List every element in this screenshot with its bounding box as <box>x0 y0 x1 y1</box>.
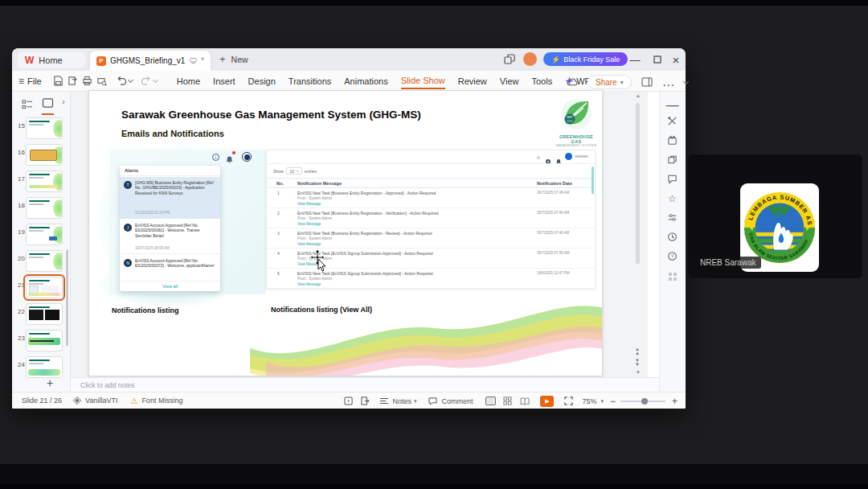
collapse-ribbon-icon[interactable] <box>683 78 689 84</box>
view-message-link[interactable]: View Message <box>297 202 321 206</box>
apps-grid-icon[interactable] <box>659 272 686 281</box>
menu-slide-show[interactable]: Slide Show <box>401 73 445 89</box>
entries-select[interactable]: 10▾ <box>286 167 303 175</box>
menu-design[interactable]: Design <box>248 74 276 88</box>
layers-icon[interactable] <box>659 154 686 165</box>
redo-dropdown-icon[interactable] <box>153 77 158 83</box>
view-message-link[interactable]: View Message <box>297 242 321 246</box>
menu-review[interactable]: Review <box>458 74 487 88</box>
favorites-icon[interactable]: ☆ <box>659 193 686 204</box>
notes-pane[interactable]: Click to add notes <box>71 377 659 392</box>
alert-item[interactable]: J EnVISS Account Approved [Ref No. ES/20… <box>120 220 220 254</box>
menu-insert[interactable]: Insert <box>213 74 235 88</box>
task-pane-icon[interactable] <box>344 397 353 405</box>
notes-dropdown-icon[interactable]: ▾ <box>414 398 417 405</box>
editor-scrollbar[interactable]: ▲ ▲▲ ▼▼ ▼ <box>633 93 643 375</box>
undo-dropdown-icon[interactable] <box>128 77 133 83</box>
zoom-level[interactable]: 75% <box>582 397 596 405</box>
merge-windows-icon[interactable] <box>504 54 515 68</box>
reading-view-icon[interactable] <box>520 397 530 405</box>
normal-view-icon[interactable] <box>485 397 496 405</box>
file-menu[interactable]: File <box>27 76 42 86</box>
zoom-in-button[interactable]: + <box>672 396 678 407</box>
table-row[interactable]: 2 EnVISS New Task [Business Entity Regis… <box>267 208 595 228</box>
undo-icon[interactable] <box>114 74 129 88</box>
slide-thumb-24[interactable] <box>26 356 63 378</box>
zoom-slider[interactable] <box>620 401 665 402</box>
cloud-sync-icon[interactable] <box>565 75 579 89</box>
zoom-dropdown-icon[interactable]: ▾ <box>600 398 604 405</box>
view-all-link[interactable]: View all <box>120 281 220 289</box>
slide-thumb-17[interactable] <box>26 171 63 192</box>
menu-transitions[interactable]: Transitions <box>289 74 331 88</box>
black-friday-sale-button[interactable]: ⚡ Black Friday Sale <box>543 52 628 66</box>
fit-slide-icon[interactable] <box>564 397 573 405</box>
new-tab-button[interactable]: + New <box>219 53 248 65</box>
scroll-down-icon[interactable]: ▼ <box>636 370 641 375</box>
comment-pane-icon[interactable] <box>659 174 686 184</box>
slide-thumb-18[interactable] <box>26 197 63 219</box>
add-slide-button[interactable]: + <box>47 376 53 389</box>
more-options-icon[interactable]: … <box>662 75 676 89</box>
maximize-button[interactable] <box>649 51 666 68</box>
output-icon[interactable] <box>66 74 80 88</box>
table-row[interactable]: 3 EnVISS New Task [Business Entity Regis… <box>267 228 595 249</box>
next-slide-icon[interactable]: ▼▼ <box>635 359 640 367</box>
outline-view-icon[interactable] <box>22 98 33 113</box>
slide-view-icon[interactable] <box>42 97 54 115</box>
menu-tools[interactable]: Tools <box>531 74 552 88</box>
status-bar: Slide 21 / 26 VanillaVTI ⚠ Font Missing … <box>12 392 686 409</box>
previous-slide-icon[interactable]: ▲▲ <box>635 347 640 355</box>
help-icon[interactable]: ? <box>659 251 686 261</box>
save-icon[interactable] <box>51 74 66 88</box>
theme-name[interactable]: VanillaVTI <box>85 397 117 405</box>
row-from: From : System Admin <box>297 236 332 240</box>
handout-icon[interactable] <box>361 397 370 405</box>
menu-view[interactable]: View <box>500 74 519 88</box>
print-preview-icon[interactable] <box>95 74 109 88</box>
slide-thumb-20[interactable] <box>26 250 63 272</box>
redo-icon[interactable] <box>139 74 154 88</box>
share-button[interactable]: Share▾ <box>588 75 632 89</box>
slide-thumb-19[interactable] <box>26 224 63 245</box>
account-avatar[interactable] <box>523 52 537 66</box>
task-window-icon[interactable] <box>640 75 654 89</box>
table-row[interactable]: 1 EnVISS New Task [Business Entity Regis… <box>267 188 595 208</box>
view-message-link[interactable]: View Message <box>297 222 321 226</box>
thumbnail-scrollbar[interactable] <box>66 249 68 346</box>
effects-icon[interactable] <box>659 135 686 146</box>
scroll-up-icon[interactable]: ▲ <box>636 93 641 98</box>
comment-icon <box>428 397 437 405</box>
slide-thumb-21-selected[interactable] <box>26 277 63 298</box>
design-tools-icon[interactable] <box>659 116 686 126</box>
menu-animations[interactable]: Animations <box>344 74 387 88</box>
view-message-link[interactable]: View Message <box>297 282 321 286</box>
scrollbar-thumb[interactable] <box>636 103 640 264</box>
portal-scrollbar[interactable] <box>592 166 594 194</box>
slide-canvas[interactable]: Sarawak Greenhouse Gas Management System… <box>88 90 603 376</box>
tab-document[interactable]: P GHGMS_Briefing_v1.pptx * <box>90 51 211 71</box>
slide-thumb-22[interactable] <box>26 303 63 325</box>
close-button[interactable]: × <box>667 51 685 68</box>
slide-thumb-23[interactable] <box>26 330 63 351</box>
settings-sliders-icon[interactable] <box>659 212 686 223</box>
participant-video-tile[interactable]: LEMBAGA SUMBER ASLI DAN ALAM SEKITAR SAR… <box>688 154 862 278</box>
menu-home[interactable]: Home <box>177 74 200 88</box>
comment-button[interactable]: Comment <box>441 397 473 405</box>
slide-thumb-15[interactable] <box>26 117 63 139</box>
alert-item[interactable]: N EnVISS Account Approved [Ref No. ES/20… <box>120 256 220 278</box>
expand-panel-icon[interactable]: › <box>62 97 65 106</box>
print-icon[interactable] <box>80 74 95 88</box>
slide-sorter-icon[interactable] <box>503 397 512 405</box>
minimize-button[interactable]: — <box>626 51 644 68</box>
collapse-pane-icon[interactable]: — <box>659 98 686 113</box>
alert-item[interactable]: T [GHG-MS] Business Entity Registration … <box>120 177 220 219</box>
tab-home[interactable]: W Home <box>18 51 85 68</box>
slide-thumb-16[interactable] <box>26 144 63 166</box>
notes-toggle[interactable]: Notes <box>392 397 411 405</box>
play-slideshow-button[interactable]: ▶ <box>540 396 554 407</box>
history-icon[interactable] <box>659 232 686 242</box>
font-missing-warning[interactable]: Font Missing <box>141 397 182 405</box>
zoom-slider-handle[interactable] <box>641 398 648 405</box>
zoom-out-button[interactable]: − <box>610 396 616 407</box>
